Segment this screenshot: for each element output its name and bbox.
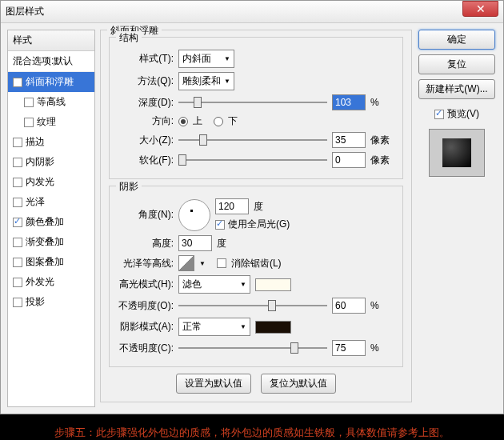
shadow-mode-dropdown[interactable]: 正常▼ <box>178 318 250 336</box>
style-item[interactable]: 外发光 <box>8 272 94 292</box>
antialias-checkbox[interactable] <box>217 258 226 268</box>
style-item-label: 描边 <box>26 135 45 149</box>
soften-label: 软化(F): <box>118 154 174 167</box>
hl-opacity-label: 不透明度(O): <box>118 299 174 313</box>
technique-dropdown[interactable]: 雕刻柔和▼ <box>178 72 234 90</box>
footer-caption: 步骤五：此步骤强化外包边的质感，将外包边的质感如生铁般，具体数值请参考上图。 <box>0 414 504 440</box>
style-item[interactable]: 光泽 <box>8 192 94 212</box>
sh-opacity-slider[interactable] <box>178 341 327 355</box>
technique-label: 方法(Q): <box>118 74 174 88</box>
size-slider[interactable] <box>178 133 327 147</box>
style-item[interactable]: 图案叠加 <box>8 252 94 272</box>
settings-panel: 斜面和浮雕 结构 样式(T): 内斜面▼ 方法(Q): 雕刻柔和▼ 深度(D): <box>100 30 412 407</box>
blend-options[interactable]: 混合选项:默认 <box>8 51 94 72</box>
ok-button[interactable]: 确定 <box>418 30 495 50</box>
direction-down-radio[interactable] <box>214 117 223 126</box>
style-item[interactable]: 颜色叠加 <box>8 212 94 232</box>
altitude-input[interactable]: 30 <box>178 235 212 251</box>
highlight-mode-dropdown[interactable]: 滤色▼ <box>178 275 250 294</box>
style-item-label: 投影 <box>26 295 45 309</box>
direction-label: 方向: <box>118 114 174 128</box>
style-item-label: 渐变叠加 <box>26 235 64 249</box>
shadow-mode-label: 阴影模式(A): <box>118 320 174 334</box>
style-checkbox[interactable] <box>13 258 22 267</box>
style-checkbox[interactable] <box>13 78 22 87</box>
style-checkbox[interactable] <box>13 198 22 207</box>
style-checkbox[interactable] <box>13 178 22 187</box>
shading-title: 阴影 <box>116 180 142 194</box>
depth-label: 深度(D): <box>118 96 174 110</box>
style-item[interactable]: 纹理 <box>8 112 94 132</box>
style-item-label: 斜面和浮雕 <box>26 75 74 89</box>
style-checkbox[interactable] <box>13 298 22 307</box>
chevron-down-icon: ▼ <box>240 323 246 330</box>
close-button[interactable]: ✕ <box>462 1 498 17</box>
style-item-label: 外发光 <box>26 275 54 289</box>
dialog-buttons: 确定 复位 新建样式(W)... 预览(V) <box>417 30 497 407</box>
altitude-label: 高度: <box>118 237 174 250</box>
style-item-label: 光泽 <box>26 195 45 209</box>
style-item[interactable]: 渐变叠加 <box>8 232 94 252</box>
style-checkbox[interactable] <box>24 98 34 107</box>
style-item-label: 颜色叠加 <box>26 215 64 229</box>
style-label: 样式(T): <box>118 52 174 66</box>
style-item[interactable]: 斜面和浮雕 <box>8 72 94 92</box>
shadow-color-swatch[interactable] <box>255 321 291 334</box>
sh-opacity-input[interactable]: 75 <box>332 340 366 356</box>
style-item[interactable]: 描边 <box>8 132 94 152</box>
angle-dial[interactable] <box>178 199 210 231</box>
depth-slider[interactable] <box>178 95 327 110</box>
soften-slider[interactable] <box>178 153 327 167</box>
style-item-label: 内发光 <box>26 175 54 189</box>
style-item[interactable]: 内阴影 <box>8 152 94 172</box>
style-item[interactable]: 内发光 <box>8 172 94 192</box>
size-unit: 像素 <box>370 134 394 147</box>
sh-opacity-label: 不透明度(C): <box>118 342 174 355</box>
style-item[interactable]: 投影 <box>8 292 94 312</box>
angle-input[interactable]: 120 <box>215 198 249 214</box>
chevron-down-icon: ▼ <box>224 78 230 85</box>
preview-thumbnail <box>429 129 485 177</box>
style-item-label: 内阴影 <box>26 155 54 169</box>
chevron-down-icon[interactable]: ▼ <box>199 260 206 267</box>
soften-input[interactable]: 0 <box>332 152 366 168</box>
hl-opacity-slider[interactable] <box>178 298 327 313</box>
preview-checkbox[interactable] <box>434 110 444 119</box>
style-item-label: 等高线 <box>37 95 66 109</box>
reset-default-button[interactable]: 复位为默认值 <box>261 374 336 394</box>
cancel-button[interactable]: 复位 <box>418 54 495 74</box>
new-style-button[interactable]: 新建样式(W)... <box>418 79 495 99</box>
layer-style-dialog: 图层样式 ✕ 样式 混合选项:默认 斜面和浮雕等高线纹理描边内阴影内发光光泽颜色… <box>0 0 504 414</box>
highlight-color-swatch[interactable] <box>255 278 291 291</box>
style-checkbox[interactable] <box>13 218 22 227</box>
window-title: 图层样式 <box>6 5 462 18</box>
depth-input[interactable]: 103 <box>332 94 366 110</box>
gloss-label: 光泽等高线: <box>118 257 174 270</box>
make-default-button[interactable]: 设置为默认值 <box>176 374 251 394</box>
style-checkbox[interactable] <box>13 138 22 147</box>
direction-up-radio[interactable] <box>178 117 188 126</box>
style-dropdown[interactable]: 内斜面▼ <box>178 50 234 68</box>
styles-list: 样式 混合选项:默认 斜面和浮雕等高线纹理描边内阴影内发光光泽颜色叠加渐变叠加图… <box>7 30 95 407</box>
style-checkbox[interactable] <box>24 118 34 127</box>
hl-opacity-input[interactable]: 60 <box>332 298 366 314</box>
highlight-mode-label: 高光模式(H): <box>118 278 174 291</box>
size-input[interactable]: 35 <box>332 132 366 148</box>
style-checkbox[interactable] <box>13 278 22 287</box>
global-light-checkbox[interactable] <box>215 220 225 230</box>
depth-unit: % <box>370 97 394 108</box>
titlebar[interactable]: 图层样式 ✕ <box>1 1 503 23</box>
styles-header: 样式 <box>8 30 94 51</box>
gloss-contour-picker[interactable] <box>178 255 194 271</box>
structure-title: 结构 <box>116 31 142 45</box>
chevron-down-icon: ▼ <box>224 55 230 62</box>
style-item-label: 纹理 <box>37 115 56 129</box>
soften-unit: 像素 <box>370 154 394 167</box>
size-label: 大小(Z): <box>118 134 174 147</box>
style-item-label: 图案叠加 <box>26 255 64 269</box>
chevron-down-icon: ▼ <box>240 281 246 288</box>
style-item[interactable]: 等高线 <box>8 92 94 112</box>
style-checkbox[interactable] <box>13 158 22 167</box>
angle-label: 角度(N): <box>118 208 174 222</box>
style-checkbox[interactable] <box>13 238 22 247</box>
